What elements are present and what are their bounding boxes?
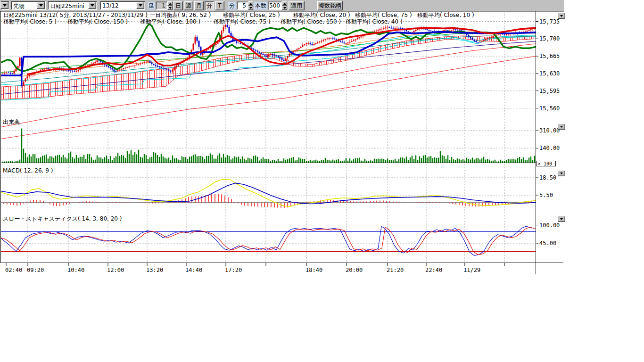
pane-options-button[interactable] bbox=[558, 13, 565, 19]
candle-body bbox=[483, 40, 485, 41]
candle-body bbox=[240, 43, 241, 44]
candle-body bbox=[395, 28, 396, 29]
candle-body bbox=[498, 34, 500, 35]
candle-body bbox=[153, 64, 155, 65]
candle-body bbox=[131, 66, 132, 66]
candle-body bbox=[127, 67, 128, 67]
candle-body bbox=[287, 56, 289, 58]
candle-body bbox=[251, 48, 253, 49]
candle-body bbox=[280, 57, 281, 58]
candle-body bbox=[274, 55, 275, 56]
candle-body bbox=[378, 30, 379, 31]
chart-line bbox=[1, 36, 536, 82]
candle-body bbox=[459, 30, 460, 30]
candle-body bbox=[2, 74, 4, 74]
candle-body bbox=[272, 54, 273, 55]
candle-body bbox=[155, 65, 157, 66]
candle-body bbox=[161, 67, 162, 67]
candle-body bbox=[349, 42, 351, 43]
candle-body bbox=[457, 30, 458, 30]
candle-body bbox=[172, 69, 173, 71]
candle-body bbox=[268, 55, 270, 57]
candle-body bbox=[221, 31, 223, 38]
candle-body bbox=[325, 39, 326, 40]
candle-body bbox=[381, 29, 383, 29]
candle-body bbox=[132, 66, 134, 66]
candle-body bbox=[114, 69, 115, 71]
candle-body bbox=[298, 48, 300, 49]
candle-body bbox=[253, 49, 255, 49]
candle-body bbox=[389, 27, 390, 28]
candle-body bbox=[197, 37, 198, 41]
candle-body bbox=[270, 54, 272, 55]
candle-body bbox=[327, 39, 328, 39]
candle-body bbox=[112, 68, 113, 69]
candle-body bbox=[351, 41, 353, 42]
candle-body bbox=[468, 35, 470, 36]
candle-body bbox=[95, 62, 96, 63]
candle-body bbox=[119, 69, 121, 70]
candle-body bbox=[315, 43, 317, 44]
candle-body bbox=[429, 30, 430, 31]
candle-body bbox=[472, 38, 473, 40]
candle-body bbox=[117, 70, 119, 71]
candle-body bbox=[227, 25, 228, 27]
candle-body bbox=[70, 70, 72, 71]
pane-options-button[interactable] bbox=[558, 170, 565, 176]
candle-body bbox=[285, 58, 287, 61]
candle-body bbox=[453, 29, 454, 30]
candle-body bbox=[151, 63, 153, 64]
candle-body bbox=[159, 66, 160, 67]
candle-body bbox=[317, 42, 319, 43]
candle-body bbox=[25, 78, 26, 82]
candle-body bbox=[528, 30, 530, 31]
candle-body bbox=[140, 64, 141, 64]
candle-body bbox=[400, 28, 402, 29]
candle-body bbox=[417, 29, 419, 30]
pane-options-button[interactable] bbox=[558, 123, 565, 130]
candle-body bbox=[413, 31, 415, 33]
candle-body bbox=[306, 43, 307, 44]
candle-body bbox=[6, 73, 8, 73]
candle-body bbox=[121, 69, 123, 69]
candle-body bbox=[23, 82, 25, 86]
candle-body bbox=[165, 68, 166, 69]
candle-body bbox=[76, 71, 77, 72]
candle-body bbox=[446, 30, 447, 30]
candle-body bbox=[12, 73, 13, 74]
candle-body bbox=[48, 68, 49, 69]
candle-body bbox=[387, 27, 388, 27]
candle-body bbox=[314, 44, 315, 45]
candle-body bbox=[263, 54, 264, 55]
candle-body bbox=[283, 60, 285, 61]
candle-body bbox=[376, 31, 377, 32]
candle-body bbox=[170, 71, 172, 72]
candle-body bbox=[134, 65, 136, 66]
candle-body bbox=[231, 33, 232, 36]
candle-body bbox=[229, 27, 230, 33]
candle-body bbox=[72, 71, 74, 71]
candle-body bbox=[46, 68, 47, 69]
candle-body bbox=[31, 74, 32, 75]
candle-body bbox=[255, 49, 256, 50]
candle-body bbox=[334, 39, 336, 40]
candle-body bbox=[10, 73, 11, 73]
candle-body bbox=[491, 37, 492, 38]
candle-body bbox=[361, 36, 362, 37]
candle-body bbox=[425, 29, 426, 29]
candle-body bbox=[144, 62, 145, 63]
candle-body bbox=[74, 71, 75, 72]
candle-body bbox=[110, 67, 111, 68]
candle-body bbox=[223, 27, 224, 31]
candle-body bbox=[108, 66, 109, 67]
pane-options-button[interactable] bbox=[558, 216, 565, 222]
candle-body bbox=[125, 68, 126, 68]
candle-body bbox=[427, 29, 428, 30]
chart-line bbox=[1, 227, 536, 255]
candle-body bbox=[136, 65, 138, 65]
candle-body bbox=[487, 38, 488, 39]
candle-body bbox=[478, 42, 479, 42]
chart-line bbox=[1, 34, 536, 85]
candle-body bbox=[321, 41, 322, 42]
candle-body bbox=[176, 66, 177, 67]
